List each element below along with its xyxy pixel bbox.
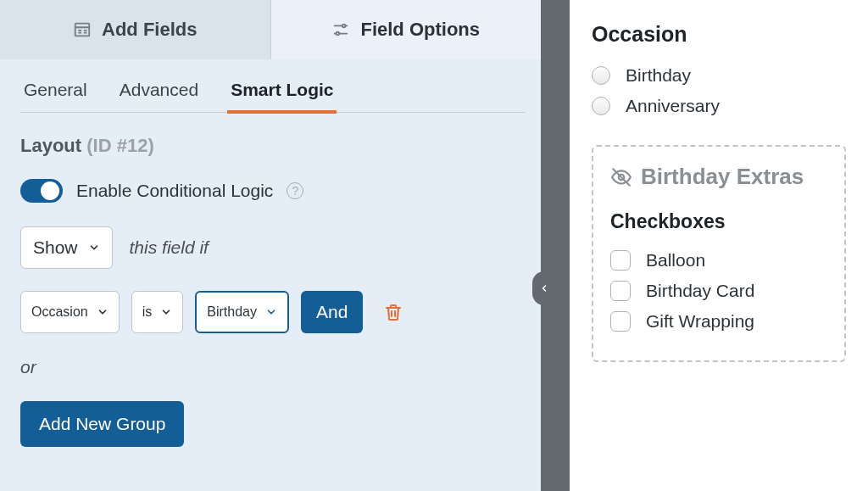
- extras-title: Birthday Extras: [641, 164, 804, 190]
- radio-option[interactable]: Anniversary: [592, 91, 846, 121]
- sub-tab-general[interactable]: General: [20, 71, 91, 112]
- settings-panel: Add Fields Field Options General Advance…: [0, 0, 541, 491]
- checkbox-label: Birthday Card: [646, 281, 754, 301]
- tab-field-options[interactable]: Field Options: [271, 0, 542, 59]
- enable-logic-toggle[interactable]: [20, 179, 63, 203]
- smart-logic-section: Layout (ID #12) Enable Conditional Logic…: [0, 113, 541, 447]
- tab-add-fields[interactable]: Add Fields: [0, 0, 271, 59]
- eye-off-icon: [610, 166, 632, 188]
- rule-row: Occasion is Birthday And: [20, 291, 520, 333]
- action-hint: this field if: [130, 237, 209, 258]
- layout-heading: Layout (ID #12): [20, 135, 520, 157]
- trash-icon[interactable]: [383, 302, 403, 322]
- birthday-extras-card[interactable]: Birthday Extras Checkboxes Balloon Birth…: [592, 145, 846, 362]
- checkbox-icon: [610, 250, 631, 271]
- radio-icon: [592, 97, 610, 115]
- chevron-down-icon: [160, 306, 172, 318]
- radio-icon: [592, 66, 610, 85]
- action-row: Show this field if: [20, 226, 520, 269]
- rule-value: Birthday: [207, 304, 257, 320]
- top-tabs: Add Fields Field Options: [0, 0, 541, 59]
- collapse-handle[interactable]: [532, 271, 556, 305]
- occasion-title: Occasion: [592, 22, 846, 47]
- form-preview: Occasion Birthday Anniversary Birthday E…: [570, 0, 868, 491]
- or-label: or: [20, 357, 520, 377]
- layout-id: (ID #12): [86, 135, 153, 156]
- rule-op-value: is: [142, 304, 153, 320]
- and-button[interactable]: And: [301, 291, 363, 333]
- help-icon[interactable]: ?: [287, 182, 303, 199]
- rule-value-select[interactable]: Birthday: [195, 291, 289, 333]
- enable-logic-label: Enable Conditional Logic: [76, 181, 273, 201]
- extras-heading: Birthday Extras: [610, 164, 827, 190]
- sub-tab-smart-logic[interactable]: Smart Logic: [227, 71, 337, 114]
- chevron-left-icon: [539, 283, 549, 293]
- checkbox-icon: [610, 311, 631, 332]
- radio-option[interactable]: Birthday: [592, 60, 846, 91]
- tab-label: Add Fields: [102, 19, 197, 41]
- checkbox-icon: [610, 281, 631, 301]
- enable-logic-row: Enable Conditional Logic ?: [20, 179, 520, 203]
- tab-label: Field Options: [360, 19, 480, 41]
- drag-gutter[interactable]: [541, 0, 570, 491]
- checkbox-option[interactable]: Birthday Card: [610, 276, 827, 306]
- rule-field-value: Occasion: [31, 304, 88, 320]
- radio-label: Anniversary: [626, 96, 720, 116]
- sliders-icon: [331, 20, 350, 39]
- form-icon: [73, 20, 92, 39]
- rule-field-select[interactable]: Occasion: [20, 291, 120, 333]
- layout-label: Layout: [20, 135, 81, 156]
- checkbox-option[interactable]: Balloon: [610, 245, 827, 276]
- add-group-button[interactable]: Add New Group: [20, 401, 184, 447]
- checkboxes-title: Checkboxes: [610, 210, 827, 233]
- checkbox-label: Balloon: [646, 250, 705, 271]
- radio-label: Birthday: [626, 65, 691, 86]
- checkbox-option[interactable]: Gift Wrapping: [610, 306, 827, 337]
- rule-op-select[interactable]: is: [131, 291, 184, 333]
- chevron-down-icon: [97, 306, 108, 318]
- action-value: Show: [33, 237, 78, 258]
- chevron-down-icon: [265, 306, 277, 318]
- sub-tab-advanced[interactable]: Advanced: [116, 71, 202, 112]
- chevron-down-icon: [88, 242, 100, 254]
- sub-tabs: General Advanced Smart Logic: [20, 71, 526, 113]
- action-select[interactable]: Show: [20, 226, 113, 269]
- checkbox-label: Gift Wrapping: [646, 311, 754, 332]
